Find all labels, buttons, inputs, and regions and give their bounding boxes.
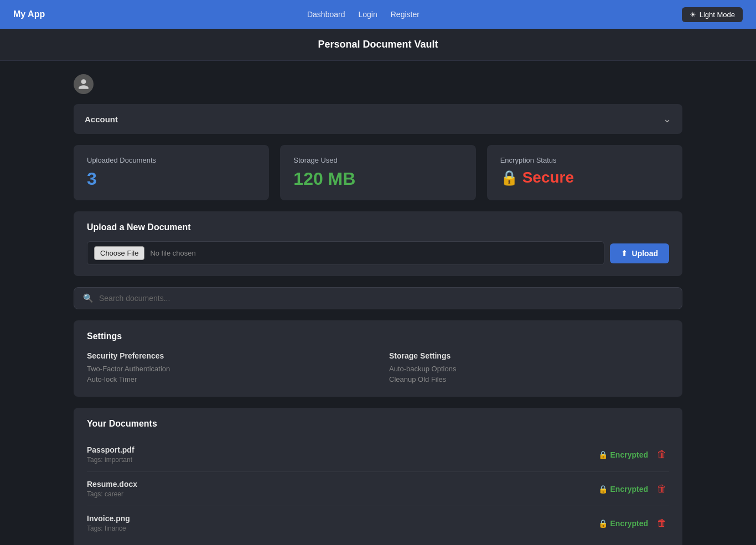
navbar: My App Dashboard Login Register ☀ Light … xyxy=(0,0,756,29)
documents-section: Your Documents Passport.pdf Tags: import… xyxy=(74,408,682,545)
stat-encryption-status: Encryption Status 🔒 Secure xyxy=(487,145,682,200)
delete-button-passport[interactable]: 🗑 xyxy=(655,448,669,461)
doc-name-passport: Passport.pdf xyxy=(87,445,134,454)
upload-button[interactable]: ⬆ Upload xyxy=(610,243,669,263)
nav-dashboard[interactable]: Dashboard xyxy=(307,10,345,19)
upload-icon: ⬆ xyxy=(621,249,628,258)
storage-settings-col: Storage Settings Auto-backup Options Cle… xyxy=(389,351,669,386)
uploaded-docs-value: 3 xyxy=(87,169,256,189)
chevron-down-icon: ⌄ xyxy=(663,113,671,125)
two-factor-auth-item[interactable]: Two-Factor Authentication xyxy=(87,365,367,373)
doc-name-resume: Resume.docx xyxy=(87,480,137,489)
doc-name-invoice: Invoice.png xyxy=(87,514,130,523)
delete-button-invoice[interactable]: 🗑 xyxy=(655,516,669,530)
sun-icon: ☀ xyxy=(690,11,696,19)
upload-title: Upload a New Document xyxy=(87,222,669,232)
settings-columns: Security Preferences Two-Factor Authenti… xyxy=(87,351,669,386)
doc-info-invoice: Invoice.png Tags: finance xyxy=(87,514,130,532)
security-preferences-col: Security Preferences Two-Factor Authenti… xyxy=(87,351,367,386)
encrypted-badge-passport: 🔒 Encrypted xyxy=(598,450,648,459)
upload-section: Upload a New Document Choose File No fil… xyxy=(74,211,682,276)
nav-register[interactable]: Register xyxy=(391,10,420,19)
account-card[interactable]: Account ⌄ xyxy=(74,104,682,134)
stats-row: Uploaded Documents 3 Storage Used 120 MB… xyxy=(74,145,682,200)
stat-uploaded-documents: Uploaded Documents 3 xyxy=(74,145,269,200)
table-row: Resume.docx Tags: career 🔒 Encrypted 🗑 xyxy=(87,472,669,506)
doc-tags-passport: Tags: important xyxy=(87,456,134,464)
stat-storage-used: Storage Used 120 MB xyxy=(280,145,475,200)
lock-green-icon: 🔒 xyxy=(598,519,608,528)
doc-info-resume: Resume.docx Tags: career xyxy=(87,480,137,498)
account-label: Account xyxy=(85,115,118,124)
search-input[interactable] xyxy=(99,294,673,303)
uploaded-docs-title: Uploaded Documents xyxy=(87,156,256,164)
doc-actions-resume: 🔒 Encrypted 🗑 xyxy=(598,482,669,496)
upload-row: Choose File No file chosen ⬆ Upload xyxy=(87,241,669,265)
search-bar: 🔍 xyxy=(74,287,682,309)
doc-actions-invoice: 🔒 Encrypted 🗑 xyxy=(598,516,669,530)
cleanup-old-files-item[interactable]: Cleanup Old Files xyxy=(389,375,669,383)
settings-section: Settings Security Preferences Two-Factor… xyxy=(74,320,682,397)
app-brand: My App xyxy=(13,9,45,19)
table-row: Passport.pdf Tags: important 🔒 Encrypted… xyxy=(87,438,669,472)
documents-title: Your Documents xyxy=(87,419,669,429)
table-row: Invoice.png Tags: finance 🔒 Encrypted 🗑 xyxy=(87,506,669,540)
main-content: Account ⌄ Uploaded Documents 3 Storage U… xyxy=(63,61,693,545)
doc-tags-resume: Tags: career xyxy=(87,490,137,498)
encrypted-badge-invoice: 🔒 Encrypted xyxy=(598,519,648,528)
storage-used-title: Storage Used xyxy=(293,156,462,164)
lock-green-icon: 🔒 xyxy=(598,450,608,459)
no-file-text: No file chosen xyxy=(150,249,195,257)
lock-green-icon: 🔒 xyxy=(598,485,608,494)
storage-settings-title: Storage Settings xyxy=(389,351,669,360)
doc-tags-invoice: Tags: finance xyxy=(87,525,130,532)
encryption-status-value: 🔒 Secure xyxy=(500,169,669,186)
storage-used-value: 120 MB xyxy=(293,169,462,189)
doc-info-passport: Passport.pdf Tags: important xyxy=(87,445,134,464)
page-title: Personal Document Vault xyxy=(0,29,756,61)
choose-file-button[interactable]: Choose File xyxy=(94,246,144,260)
nav-login[interactable]: Login xyxy=(358,10,377,19)
encryption-status-title: Encryption Status xyxy=(500,156,669,164)
avatar-row xyxy=(74,74,682,94)
light-mode-button[interactable]: ☀ Light Mode xyxy=(682,7,743,22)
doc-actions-passport: 🔒 Encrypted 🗑 xyxy=(598,448,669,461)
file-input-wrapper: Choose File No file chosen xyxy=(87,241,604,265)
encrypted-badge-resume: 🔒 Encrypted xyxy=(598,485,648,494)
delete-button-resume[interactable]: 🗑 xyxy=(655,482,669,496)
lock-icon-red: 🔒 xyxy=(500,169,518,186)
security-preferences-title: Security Preferences xyxy=(87,351,367,360)
auto-lock-timer-item[interactable]: Auto-lock Timer xyxy=(87,375,367,383)
search-icon: 🔍 xyxy=(83,293,94,303)
settings-title: Settings xyxy=(87,331,669,341)
avatar xyxy=(74,74,94,94)
nav-links: Dashboard Login Register xyxy=(307,10,420,19)
auto-backup-item[interactable]: Auto-backup Options xyxy=(389,365,669,373)
